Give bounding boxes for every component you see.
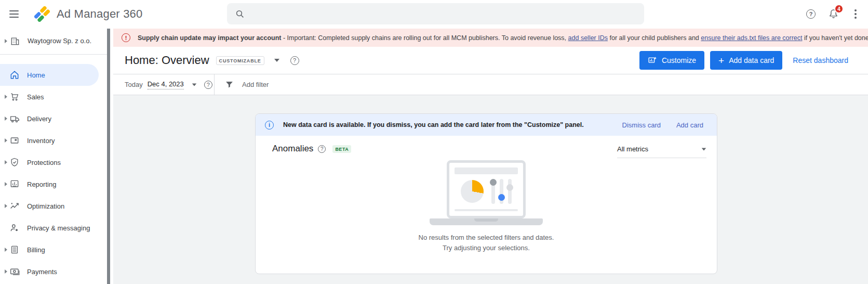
- sidebar-item-optimization[interactable]: Optimization: [0, 195, 107, 217]
- ad-manager-logo-icon: [34, 6, 50, 22]
- sidebar-item-protections[interactable]: Protections: [0, 151, 107, 173]
- alert-title: Supply chain update may impact your acco…: [138, 34, 281, 42]
- menu-icon[interactable]: [8, 8, 20, 20]
- sidebar-item-inventory[interactable]: Inventory: [0, 130, 107, 151]
- home-icon: [9, 69, 20, 81]
- customizable-badge: CUSTOMIZABLE: [216, 56, 264, 65]
- sidebar-item-label: Home: [27, 71, 45, 79]
- sidebar-item-privacy-messaging[interactable]: Privacy & messaging: [0, 217, 107, 239]
- page-header: Home: Overview CUSTOMIZABLE ? Customize …: [113, 47, 868, 74]
- more-options-icon[interactable]: [851, 8, 860, 20]
- expand-arrow-icon: [5, 248, 7, 252]
- laptop-base: [430, 218, 543, 225]
- account-name: Waytogrow Sp. z o.o.: [28, 37, 91, 45]
- notification-badge: 4: [834, 4, 844, 14]
- expand-arrow-icon: [5, 117, 7, 121]
- customize-button[interactable]: Customize: [639, 51, 704, 70]
- app-title: Ad Manager 360: [57, 7, 142, 21]
- reset-dashboard-link[interactable]: Reset dashboard: [793, 56, 848, 64]
- date-range-label: Today: [125, 81, 143, 88]
- sidebar-item-label: Protections: [27, 159, 61, 166]
- add-filter-control[interactable]: Add filter: [225, 80, 269, 89]
- filter-funnel-icon: [225, 80, 234, 89]
- sidebar-item-label: Delivery: [27, 115, 51, 123]
- sidebar-item-delivery[interactable]: Delivery: [0, 108, 107, 130]
- sidebar-item-label: Reporting: [27, 180, 56, 188]
- top-app-bar: Ad Manager 360 ? 4: [0, 0, 868, 28]
- sidebar-item-label: Inventory: [27, 137, 55, 145]
- search-icon: [235, 9, 245, 19]
- trend-icon: [9, 200, 20, 212]
- empty-state-message: No results from the selected filters and…: [419, 233, 554, 253]
- alert-icon: !: [122, 33, 130, 42]
- help-icon[interactable]: ?: [318, 145, 326, 153]
- sidebar-item-billing[interactable]: Billing: [0, 239, 107, 261]
- metrics-dropdown[interactable]: All metrics: [617, 145, 706, 158]
- help-icon[interactable]: ?: [806, 9, 816, 19]
- date-value[interactable]: Dec 4, 2023: [148, 80, 184, 89]
- sidebar-item-sales[interactable]: Sales: [0, 86, 107, 108]
- anomalies-card: i New data card is available. If you dis…: [255, 113, 717, 274]
- sidebar-item-reporting[interactable]: Reporting: [0, 173, 107, 195]
- help-icon[interactable]: ?: [290, 56, 299, 65]
- sidebar-item-label: Billing: [27, 246, 45, 254]
- supply-chain-alert-banner: ! Supply chain update may impact your ac…: [113, 29, 868, 47]
- laptop-illustration: [430, 160, 543, 225]
- illustration-footer-bar: [455, 209, 518, 211]
- new-data-card-banner: i New data card is available. If you dis…: [256, 114, 717, 136]
- add-card-link[interactable]: Add card: [676, 121, 703, 129]
- sidebar-item-home[interactable]: Home: [0, 64, 99, 86]
- expand-arrow-icon: [5, 138, 7, 143]
- illustration-header-bar: [455, 167, 518, 174]
- building-icon: [9, 35, 21, 47]
- add-filter-placeholder: Add filter: [242, 81, 269, 88]
- date-range-picker[interactable]: Today Dec 4, 2023 ?: [113, 80, 214, 89]
- expand-arrow-icon: [5, 95, 7, 99]
- sidebar-item-label: Payments: [27, 268, 57, 276]
- expand-arrow-icon: [5, 182, 7, 186]
- document-icon: [9, 244, 20, 255]
- anomalies-header: Anomalies ? BETA All metrics: [256, 136, 717, 158]
- sidebar: Waytogrow Sp. z o.o. Home Sales Delivery: [0, 28, 107, 284]
- vertical-scrollbar[interactable]: [107, 29, 110, 284]
- shield-check-icon: [9, 157, 20, 168]
- page-title: Home: Overview: [125, 54, 209, 67]
- expand-arrow-icon: [5, 160, 7, 164]
- account-selector[interactable]: Waytogrow Sp. z o.o.: [0, 28, 107, 55]
- frame-icon: [9, 135, 20, 146]
- expand-arrow-icon: [5, 204, 7, 208]
- sidebar-item-label: Sales: [27, 93, 44, 101]
- cart-icon: [9, 91, 20, 102]
- filter-bar: Today Dec 4, 2023 ? Add filter: [113, 74, 868, 95]
- customize-chart-icon: [648, 56, 657, 65]
- plus-icon: +: [718, 56, 724, 66]
- add-data-card-button[interactable]: + Add data card: [710, 51, 782, 70]
- truck-icon: [9, 113, 20, 124]
- sidebar-item-label: Privacy & messaging: [27, 224, 90, 232]
- banknote-icon: [9, 266, 20, 277]
- help-icon[interactable]: ?: [204, 81, 212, 89]
- search-input[interactable]: [251, 9, 644, 18]
- ads-txt-link[interactable]: ensure their ads.txt files are correct: [701, 34, 802, 42]
- empty-state: No results from the selected filters and…: [256, 160, 717, 253]
- expand-arrow-icon: [5, 269, 7, 274]
- search-bar[interactable]: [227, 3, 644, 24]
- date-dropdown-icon[interactable]: [192, 83, 197, 86]
- laptop-screen: [447, 160, 526, 218]
- notifications-bell-icon[interactable]: 4: [828, 8, 839, 19]
- dashboard-dropdown-icon[interactable]: [274, 59, 279, 62]
- expand-arrow-icon: [5, 39, 7, 43]
- alert-text: Supply chain update may impact your acco…: [138, 34, 868, 42]
- beta-badge: BETA: [332, 145, 351, 153]
- anomalies-title: Anomalies: [272, 144, 313, 154]
- metrics-selected-value: All metrics: [617, 145, 648, 153]
- sidebar-item-label: Optimization: [27, 202, 64, 210]
- sidebar-item-payments[interactable]: Payments: [0, 261, 107, 282]
- sidebar-nav: Home Sales Delivery Inventory: [0, 55, 107, 282]
- bar-chart-icon: [9, 178, 20, 190]
- sliders-illustration: [491, 179, 512, 204]
- add-seller-ids-link[interactable]: add seller IDs: [568, 34, 608, 42]
- main-content: ! Supply chain update may impact your ac…: [113, 29, 868, 284]
- pie-chart-illustration: [461, 180, 484, 203]
- dismiss-card-link[interactable]: Dismiss card: [622, 121, 661, 129]
